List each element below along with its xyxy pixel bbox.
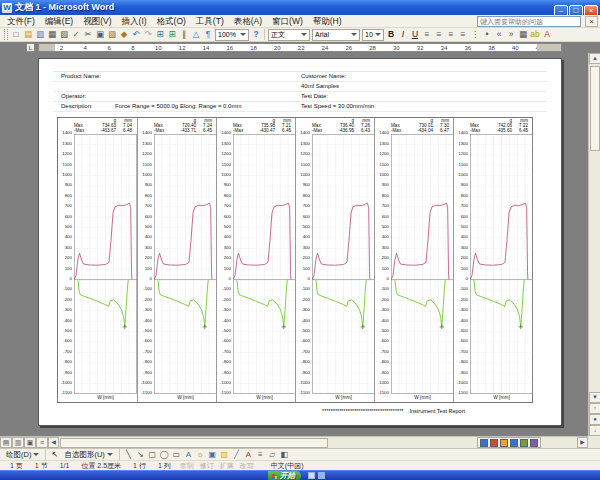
draw-menu-button[interactable]: 绘图(D)	[3, 450, 42, 460]
retraction-force-curve	[158, 280, 208, 327]
help-search-input[interactable]	[477, 16, 581, 27]
columns-icon[interactable]: ∥	[178, 28, 190, 41]
show-hide-icon[interactable]: ¶	[202, 28, 214, 41]
line-icon[interactable]: ╲	[123, 449, 134, 460]
paste-icon[interactable]: ▨	[106, 28, 118, 41]
fill-color-icon[interactable]: ▨	[219, 449, 230, 460]
align-right-button[interactable]: ≡	[445, 28, 457, 41]
y-axis-label: -1000	[217, 381, 231, 385]
menu-file[interactable]: 文件(F)	[2, 15, 40, 28]
style-select[interactable]: 正文	[268, 29, 310, 41]
line-color-icon[interactable]: ╱	[231, 449, 242, 460]
arrow-icon[interactable]: ↘	[135, 449, 146, 460]
bullets-button[interactable]: •	[481, 28, 493, 41]
floating-toolbar-icon[interactable]	[510, 439, 518, 447]
font-select[interactable]: Arial	[312, 29, 360, 41]
horizontal-ruler[interactable]: 24681012141618202224262830323436384042	[38, 43, 562, 52]
drawing-icon[interactable]: △	[190, 28, 202, 41]
new-document-icon[interactable]: □	[10, 28, 22, 41]
menu-table[interactable]: 表格(A)	[229, 15, 267, 28]
scroll-up-button[interactable]: ▲	[589, 53, 600, 64]
bold-button[interactable]: B	[385, 28, 397, 41]
min-force-value: -433.71	[168, 129, 196, 134]
picture-icon[interactable]: ▣	[207, 449, 218, 460]
chart-panel: gmmMax730.017.30-Max-434.046.47140013001…	[374, 118, 453, 402]
menu-insert[interactable]: 插入(I)	[117, 15, 152, 28]
highlight-button[interactable]: ab	[529, 28, 541, 41]
select-objects-icon[interactable]: ↖	[49, 449, 60, 460]
y-axis-label: -500	[375, 329, 389, 333]
outline-view-button[interactable]: ≡	[36, 437, 48, 448]
menu-window[interactable]: 窗口(W)	[267, 15, 308, 28]
scrollbar-corner	[588, 436, 600, 448]
format-painter-icon[interactable]: ◆	[118, 28, 130, 41]
save-icon[interactable]: ▥	[34, 28, 46, 41]
y-axis-label: -200	[296, 298, 310, 302]
justify-button[interactable]: ≡	[457, 28, 469, 41]
menu-tools[interactable]: 工具(T)	[191, 15, 229, 28]
scroll-left-button[interactable]: ◀	[48, 437, 59, 448]
floating-toolbar-icon[interactable]	[480, 439, 488, 447]
text-box-icon[interactable]: ▭	[171, 449, 182, 460]
document-close-button[interactable]: ×	[585, 16, 598, 27]
normal-view-button[interactable]: ▤	[0, 437, 12, 448]
insert-table-icon[interactable]: ⊞	[154, 28, 166, 41]
line-style-icon[interactable]: ≡	[255, 449, 266, 460]
print-preview-icon[interactable]: ▧	[58, 28, 70, 41]
ruler-number: 28	[369, 44, 376, 52]
horizontal-scroll-thumb[interactable]	[60, 438, 328, 448]
tab-stop-selector[interactable]: L	[26, 43, 35, 52]
scroll-right-button[interactable]: ▶	[577, 437, 588, 448]
vertical-scrollbar[interactable]: ▲ ▼ ↑ ● ↓	[588, 53, 600, 436]
shadow-style-icon[interactable]: ▱	[267, 449, 278, 460]
font-color-button[interactable]: A	[541, 28, 553, 41]
cut-icon[interactable]: ✂	[82, 28, 94, 41]
font-select-value: Arial	[315, 31, 329, 38]
rectangle-icon[interactable]: ▢	[147, 449, 158, 460]
undo-icon[interactable]: ↶	[130, 28, 142, 41]
word-art-icon[interactable]: A	[183, 449, 194, 460]
menu-format[interactable]: 格式(O)	[152, 15, 191, 28]
y-axis-label: 1200	[58, 152, 72, 156]
3d-style-icon[interactable]: ◧	[279, 449, 290, 460]
taskbar-icon[interactable]	[318, 472, 325, 479]
copy-icon[interactable]: ▣	[94, 28, 106, 41]
clip-art-icon[interactable]: ☼	[195, 449, 206, 460]
decrease-indent-button[interactable]: «	[493, 28, 505, 41]
next-page-button[interactable]: ↓	[589, 425, 600, 436]
vertical-scroll-thumb[interactable]	[590, 66, 600, 151]
floating-toolbar-icon[interactable]	[520, 439, 528, 447]
open-icon[interactable]: ▤	[22, 28, 34, 41]
align-center-button[interactable]: ≡	[433, 28, 445, 41]
redo-icon[interactable]: ↷	[142, 28, 154, 41]
italic-button[interactable]: I	[397, 28, 409, 41]
start-button[interactable]: 开始	[268, 471, 301, 480]
help-button[interactable]: ?	[250, 28, 262, 41]
numbering-button[interactable]: ⋮	[469, 28, 481, 41]
floating-toolbar-icon[interactable]	[490, 439, 498, 447]
underline-button[interactable]: U	[409, 28, 421, 41]
taskbar-icon[interactable]	[308, 472, 315, 479]
font-color-icon[interactable]: A	[243, 449, 254, 460]
font-size-select[interactable]: 10	[362, 29, 384, 41]
borders-button[interactable]: ▦	[517, 28, 529, 41]
web-layout-view-button[interactable]: ▥	[12, 437, 24, 448]
menu-edit[interactable]: 编辑(E)	[40, 15, 78, 28]
insert-excel-icon[interactable]: ⊞	[166, 28, 178, 41]
floating-toolbar-icon[interactable]	[530, 439, 538, 447]
autoshapes-button[interactable]: 自选图形(U)	[61, 450, 115, 460]
zoom-select[interactable]: 100%	[215, 29, 249, 41]
menu-view[interactable]: 视图(V)	[78, 15, 116, 28]
menu-help[interactable]: 帮助(H)	[308, 15, 347, 28]
print-icon[interactable]: ▦	[46, 28, 58, 41]
align-left-button[interactable]: ≡	[421, 28, 433, 41]
floating-toolbar-icon[interactable]	[500, 439, 508, 447]
scroll-down-button[interactable]: ▼	[589, 392, 600, 403]
y-axis-label: -700	[454, 350, 468, 354]
oval-icon[interactable]: ◯	[159, 449, 170, 460]
spelling-icon[interactable]: ✓	[70, 28, 82, 41]
print-layout-view-button[interactable]: ▣	[24, 437, 36, 448]
increase-indent-button[interactable]: »	[505, 28, 517, 41]
previous-page-button[interactable]: ↑	[589, 403, 600, 414]
select-browse-object-button[interactable]: ●	[589, 414, 600, 425]
